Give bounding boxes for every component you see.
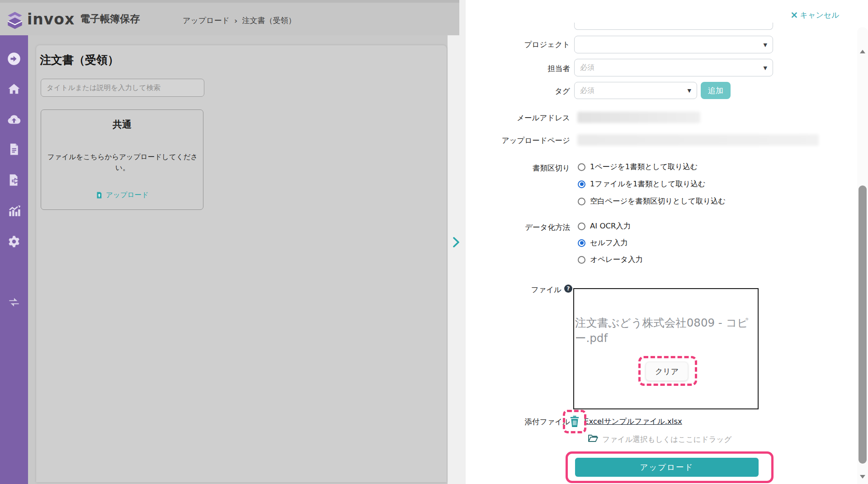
tag-select[interactable]: 必須 ▼ — [574, 82, 697, 99]
folder-open-icon — [588, 433, 599, 443]
search-input[interactable] — [41, 79, 204, 97]
common-upload-card: 共通 ファイルをこちらからアップロードしてください。 アップロード — [41, 109, 203, 210]
file-drop-hint[interactable]: ファイル選択もしくはここにドラッグ — [602, 435, 731, 445]
radio-icon — [578, 198, 585, 205]
logo-subtitle: 電子帳簿保存 — [80, 12, 140, 26]
file-dropzone[interactable]: 注文書ぶどう株式会社0809 - コピー.pdf — [573, 288, 759, 409]
assignee-label: 担当者 — [470, 64, 570, 74]
card-upload-link-label: アップロード — [106, 190, 149, 200]
selected-filename: 注文書ぶどう株式会社0809 - コピー.pdf — [575, 315, 757, 346]
document-type-card: 注文書（受領） 共通 ファイルをこちらからアップロードしてください。 アップロー… — [36, 45, 447, 482]
email-label: メールアドレス — [470, 113, 570, 123]
tag-placeholder: 必須 — [580, 86, 594, 95]
radio-operator-input[interactable]: オペレータ入力 — [578, 255, 643, 265]
cloud-upload-icon[interactable] — [7, 113, 21, 126]
help-question-icon[interactable]: ? — [564, 285, 572, 293]
assignee-select[interactable]: 必須 ▼ — [574, 59, 773, 76]
radio-doc-per-file[interactable]: 1ファイルを1書類として取り込む — [578, 179, 706, 189]
radio-ai-ocr[interactable]: AI OCR入力 — [578, 221, 631, 231]
add-tag-button[interactable]: 追加 — [701, 82, 731, 99]
radio-icon — [578, 163, 585, 171]
top-header-bar: invox 電子帳簿保存 アップロード › 注文書（受領） — [0, 0, 459, 35]
swap-arrows-icon[interactable] — [7, 295, 21, 309]
upload-page-value-redacted — [577, 134, 819, 146]
scrollbar-thumb[interactable] — [859, 185, 867, 464]
breadcrumb-upload[interactable]: アップロード — [183, 15, 230, 26]
scroll-down-arrow-icon[interactable] — [860, 475, 865, 479]
project-label: プロジェクト — [470, 40, 570, 50]
document-icon[interactable] — [7, 142, 21, 156]
invox-logo-icon — [6, 9, 24, 29]
breadcrumb-separator-icon: › — [234, 16, 237, 25]
gear-icon[interactable] — [7, 235, 21, 248]
cancel-label: キャンセル — [800, 10, 840, 20]
expand-panel-chevron-icon[interactable] — [453, 237, 460, 247]
attachment-file-link[interactable]: Excelサンプルファイル.xlsx — [584, 417, 682, 427]
file-upload-icon — [95, 191, 103, 199]
home-icon[interactable] — [7, 82, 21, 95]
clear-file-button[interactable]: クリア — [646, 362, 688, 381]
delete-attachment-trash-icon[interactable] — [569, 415, 580, 427]
file-label: ファイル — [470, 285, 561, 295]
chevron-down-icon: ▼ — [764, 65, 767, 71]
tag-label: タグ — [470, 86, 570, 96]
chevron-down-icon: ▼ — [688, 88, 691, 94]
panel-collapse-strip — [448, 0, 466, 484]
close-x-icon: × — [790, 10, 798, 20]
logo-text: invox — [27, 10, 75, 28]
chevron-down-icon: ▼ — [764, 42, 767, 47]
upload-submit-button[interactable]: アップロード — [575, 458, 759, 477]
attachment-label: 添付ファイル — [470, 417, 570, 427]
breadcrumb-current: 注文書（受領） — [242, 15, 296, 26]
arrow-circle-right-icon[interactable] — [7, 52, 21, 66]
data-method-label: データ化方法 — [470, 223, 570, 233]
radio-icon — [578, 239, 585, 247]
file-export-icon[interactable] — [7, 173, 21, 187]
cancel-button[interactable]: × キャンセル — [790, 10, 840, 20]
common-card-description: ファイルをこちらからアップロードしてください。 — [47, 152, 198, 173]
radio-icon — [578, 180, 585, 188]
card-upload-link[interactable]: アップロード — [41, 190, 203, 200]
page-title: 注文書（受領） — [40, 52, 119, 67]
chart-icon[interactable] — [7, 204, 21, 218]
radio-blank-page-separator[interactable]: 空白ページを書類区切りとして取り込む — [578, 196, 726, 206]
sidebar-nav — [0, 35, 28, 484]
radio-doc-per-page[interactable]: 1ページを1書類として取り込む — [578, 162, 698, 172]
vertical-scrollbar[interactable] — [857, 27, 868, 484]
doc-separator-label: 書類区切り — [470, 163, 570, 173]
app-logo[interactable]: invox 電子帳簿保存 — [6, 9, 140, 29]
upload-page-label: アップロードページ — [470, 136, 570, 146]
email-value-redacted — [577, 112, 700, 123]
breadcrumb: アップロード › 注文書（受領） — [183, 3, 296, 38]
project-select[interactable]: ▼ — [574, 36, 773, 53]
partially-visible-field — [574, 23, 773, 30]
assignee-placeholder: 必須 — [580, 63, 594, 72]
radio-self-input[interactable]: セルフ入力 — [578, 238, 628, 248]
radio-icon — [578, 223, 585, 230]
scroll-up-arrow-icon[interactable] — [860, 50, 865, 53]
common-card-title: 共通 — [41, 118, 203, 131]
radio-icon — [578, 256, 585, 264]
invox-upload-page: invox 電子帳簿保存 アップロード › 注文書（受領） — [0, 0, 868, 484]
